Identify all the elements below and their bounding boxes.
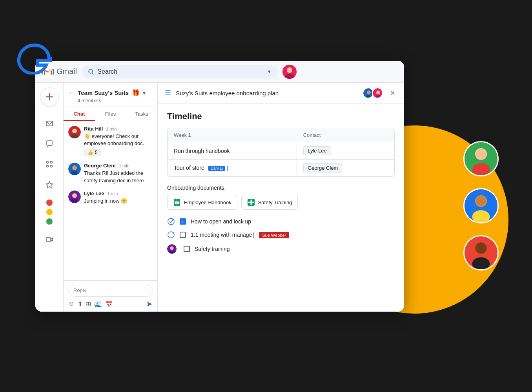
sidebar-item-mail[interactable] <box>40 114 59 133</box>
user-avatar-top[interactable] <box>282 65 297 79</box>
table-row: Tour of store Dani Li George Clem <box>168 160 394 177</box>
upload-icon[interactable]: ⬆ <box>78 300 83 308</box>
sidebar-item-spaces[interactable] <box>40 155 59 174</box>
main-content: ← Team Suzy's Suits 🎁 ▾ 4 members Chat F… <box>35 83 404 312</box>
dot-yellow <box>46 209 53 215</box>
person-avatar-2 <box>463 188 499 223</box>
reply-input[interactable]: Reply <box>68 284 153 297</box>
checklist-item-3: Safety training <box>167 244 395 254</box>
table-header-contact: Contact <box>297 128 394 142</box>
safety-label: Safety Training <box>258 200 292 205</box>
svg-rect-41 <box>165 94 171 94</box>
svg-point-7 <box>476 196 486 206</box>
emoji-alt-icon[interactable]: 🌊 <box>94 300 102 308</box>
svg-point-64 <box>170 247 174 250</box>
search-text: Search <box>97 68 264 75</box>
rita-message-body: Rita Hill 1 min 👋 everyone! Check out em… <box>84 126 153 156</box>
message-item: Rita Hill 1 min 👋 everyone! Check out em… <box>68 126 153 156</box>
back-arrow-icon[interactable]: ← <box>68 89 75 96</box>
tab-tasks[interactable]: Tasks <box>126 107 157 121</box>
handbook-label: Employee Handbook <box>184 200 231 205</box>
assign-icon-1 <box>167 218 175 225</box>
svg-rect-51 <box>175 203 177 204</box>
reply-icons: ☺ ⬆ ⊞ 🌊 📅 ➤ <box>68 299 153 309</box>
doc-header-avatars <box>363 87 383 98</box>
emoji-icon[interactable]: ☺ <box>68 300 75 307</box>
svg-point-24 <box>46 162 48 163</box>
close-button[interactable]: ✕ <box>387 87 398 98</box>
table-cell-contact-1: Lyle Lee <box>297 142 394 160</box>
checkbox-1-checked[interactable]: ✓ <box>180 218 186 225</box>
checklist-text-2: 1:1 meeting with manage Sue Webber <box>191 232 395 238</box>
reaction-count: 5 <box>95 150 98 155</box>
doc-avatar-2 <box>372 87 383 98</box>
table-cell-contact-2: George Clem <box>297 160 394 177</box>
table-header-week: Week 1 <box>168 128 297 142</box>
task-assign-icon <box>168 218 175 225</box>
george-time: 1 min <box>119 163 129 168</box>
task-assign-icon-2 <box>168 231 175 238</box>
chat-reply-box: Reply ☺ ⬆ ⊞ 🌊 📅 ➤ <box>64 280 157 312</box>
timeline-table: Week 1 Contact Run through handbook Lyle… <box>167 128 395 177</box>
table-row: Run through handbook Lyle Lee <box>168 142 394 160</box>
calendar-icon[interactable]: 📅 <box>105 300 113 308</box>
compose-button[interactable] <box>40 87 59 106</box>
checklist-text-1: How to open and lock up <box>191 218 395 225</box>
star-icon <box>46 181 53 189</box>
doc-section-title: Timeline <box>167 111 395 122</box>
send-button[interactable]: ➤ <box>146 299 153 309</box>
doc-chip-handbook[interactable]: Employee Handbook <box>167 195 237 210</box>
meet-icon <box>46 236 53 243</box>
lyle-time: 1 min <box>107 191 118 196</box>
search-dropdown-icon[interactable]: ▼ <box>267 69 271 74</box>
circle-avatars <box>463 141 499 270</box>
gmail-label: Gmail <box>56 67 77 76</box>
rita-reaction[interactable]: 👍 5 <box>84 149 101 156</box>
svg-point-19 <box>287 67 292 73</box>
george-message-body: George Clem 1 min Thanks Ri! Just added … <box>84 163 153 184</box>
svg-point-31 <box>72 129 77 133</box>
rita-name: Rita Hill <box>84 126 103 132</box>
chat-members-count: 4 members <box>78 98 153 103</box>
sheets-icon <box>173 198 181 206</box>
browser-window: Gmail Search ▼ <box>35 61 404 312</box>
task-text-2: Tour of store <box>174 165 204 171</box>
sidebar-icons <box>35 83 64 312</box>
lyle-name: Lyle Lee <box>84 191 104 196</box>
checkbox-3-unchecked[interactable] <box>184 246 190 252</box>
lyle-avatar <box>68 191 81 203</box>
doc-chips: Employee Handbook Safety Training <box>167 195 395 210</box>
person-avatar-1 <box>463 141 499 176</box>
contact-chip-2: George Clem <box>303 163 342 172</box>
checklist: ✓ How to open and lock up <box>167 218 395 254</box>
lyle-text: Jumping in now 🙂 <box>84 198 153 205</box>
chat-panel: ← Team Suzy's Suits 🎁 ▾ 4 members Chat F… <box>64 83 158 312</box>
table-cell-task-1: Run through handbook <box>168 142 297 160</box>
search-bar[interactable]: Search ▼ <box>82 65 278 78</box>
doc-panel: Suzy's Suits employee onboarding plan <box>158 83 404 312</box>
svg-point-25 <box>50 162 52 163</box>
tab-chat[interactable]: Chat <box>64 107 95 121</box>
chat-header: ← Team Suzy's Suits 🎁 ▾ 4 members <box>64 83 157 107</box>
tab-files[interactable]: Files <box>95 107 126 121</box>
task-icon[interactable]: ⊞ <box>86 300 91 308</box>
chat-dropdown-icon[interactable]: ▾ <box>143 90 146 96</box>
checklist-avatar-3 <box>167 244 177 254</box>
svg-rect-39 <box>165 90 171 91</box>
safety-icon <box>247 198 255 206</box>
checkbox-2-unchecked[interactable] <box>180 232 186 238</box>
svg-rect-29 <box>46 238 51 241</box>
sidebar-item-chat[interactable] <box>40 134 59 153</box>
svg-point-43 <box>367 91 371 94</box>
svg-rect-48 <box>174 199 180 206</box>
george-text: Thanks Ri! Just added the safety trainin… <box>84 170 153 184</box>
reaction-emoji: 👍 <box>87 150 93 155</box>
onboarding-label: Onboarding documents: <box>167 185 395 191</box>
sidebar-item-meet[interactable] <box>40 230 59 249</box>
mail-icon <box>46 120 53 127</box>
message-item: George Clem 1 min Thanks Ri! Just added … <box>68 163 153 184</box>
sidebar-item-star[interactable] <box>40 175 59 194</box>
svg-point-34 <box>72 165 77 170</box>
doc-chip-safety[interactable]: Safety Training <box>241 195 298 210</box>
cursor-line <box>227 166 228 171</box>
